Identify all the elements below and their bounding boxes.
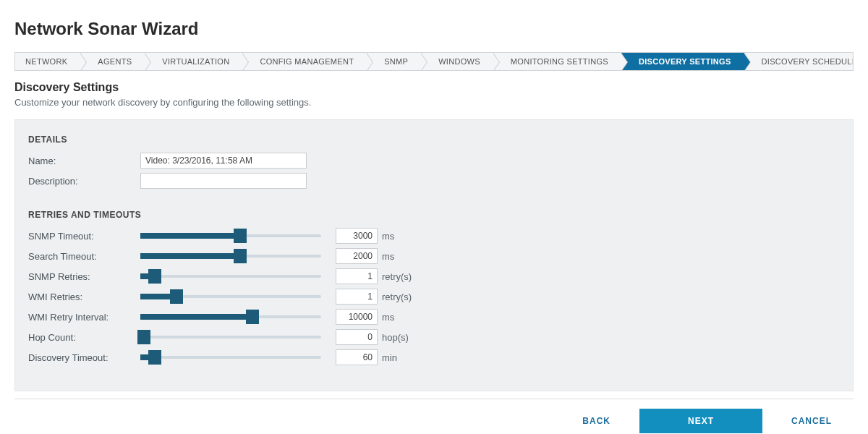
wizard-step-agents[interactable]: AGENTS [80, 53, 145, 70]
retry-row: WMI Retries:retry(s) [28, 288, 840, 305]
settings-panel: DETAILS Name: Description: RETRIES AND T… [14, 119, 854, 391]
retry-slider[interactable] [140, 271, 321, 282]
retry-value-input[interactable] [336, 309, 378, 325]
name-label: Name: [28, 156, 140, 166]
retry-row: Discovery Timeout:min [28, 349, 840, 366]
description-input[interactable] [140, 173, 307, 189]
retry-row: SNMP Timeout:ms [28, 227, 840, 244]
wizard-step-monitoring-settings[interactable]: MONITORING SETTINGS [493, 53, 621, 70]
retry-value-input[interactable] [336, 289, 378, 305]
wizard-step-network[interactable]: NETWORK [15, 53, 80, 70]
retry-value-input[interactable] [336, 248, 378, 264]
retry-unit: retry(s) [382, 292, 412, 302]
section-title: Discovery Settings [14, 81, 854, 94]
retry-slider[interactable] [140, 331, 321, 343]
cancel-button[interactable]: CANCEL [791, 409, 832, 433]
retry-row: Hop Count:hop(s) [28, 328, 840, 346]
retry-label: Search Timeout: [28, 251, 140, 262]
retry-label: Hop Count: [28, 332, 140, 343]
retry-label: WMI Retry Interval: [28, 312, 140, 323]
wizard-step-discovery-scheduling[interactable]: DISCOVERY SCHEDULING [744, 53, 854, 70]
retry-value-input[interactable] [336, 268, 378, 284]
retry-unit: ms [382, 312, 394, 323]
details-header: DETAILS [28, 135, 840, 145]
name-input[interactable] [140, 153, 307, 169]
retry-unit: ms [382, 251, 394, 262]
footer-actions: BACK NEXT CANCEL [14, 399, 854, 433]
wizard-step-discovery-settings[interactable]: DISCOVERY SETTINGS [621, 53, 744, 70]
retry-slider[interactable] [140, 352, 321, 363]
retry-value-input[interactable] [336, 228, 378, 244]
retry-slider[interactable] [140, 250, 321, 262]
wizard-step-snmp[interactable]: SNMP [367, 53, 421, 70]
back-button[interactable]: BACK [582, 409, 610, 433]
retry-label: SNMP Timeout: [28, 231, 140, 242]
retry-label: WMI Retries: [28, 292, 140, 302]
retries-header: RETRIES AND TIMEOUTS [28, 210, 840, 220]
retry-value-input[interactable] [336, 329, 378, 345]
retry-row: WMI Retry Interval:ms [28, 308, 840, 326]
retry-slider[interactable] [140, 230, 321, 242]
retry-unit: min [382, 352, 397, 363]
description-label: Description: [28, 176, 140, 187]
retry-label: Discovery Timeout: [28, 352, 140, 363]
retry-label: SNMP Retries: [28, 271, 140, 282]
retry-row: Search Timeout:ms [28, 247, 840, 265]
retry-row: SNMP Retries:retry(s) [28, 268, 840, 285]
wizard-steps: NETWORKAGENTSVIRTUALIZATIONCONFIG MANAGE… [14, 52, 854, 71]
retry-unit: hop(s) [382, 332, 409, 343]
wizard-step-virtualization[interactable]: VIRTUALIZATION [145, 53, 242, 70]
retry-value-input[interactable] [336, 349, 378, 365]
retry-slider[interactable] [140, 311, 321, 323]
retry-slider[interactable] [140, 291, 321, 302]
section-subtitle: Customize your network discovery by conf… [14, 97, 854, 108]
retry-unit: retry(s) [382, 271, 412, 282]
retry-unit: ms [382, 231, 394, 242]
next-button[interactable]: NEXT [639, 409, 762, 433]
wizard-step-windows[interactable]: WINDOWS [421, 53, 493, 70]
page-title: Network Sonar Wizard [14, 19, 854, 39]
wizard-step-config-management[interactable]: CONFIG MANAGEMENT [242, 53, 367, 70]
